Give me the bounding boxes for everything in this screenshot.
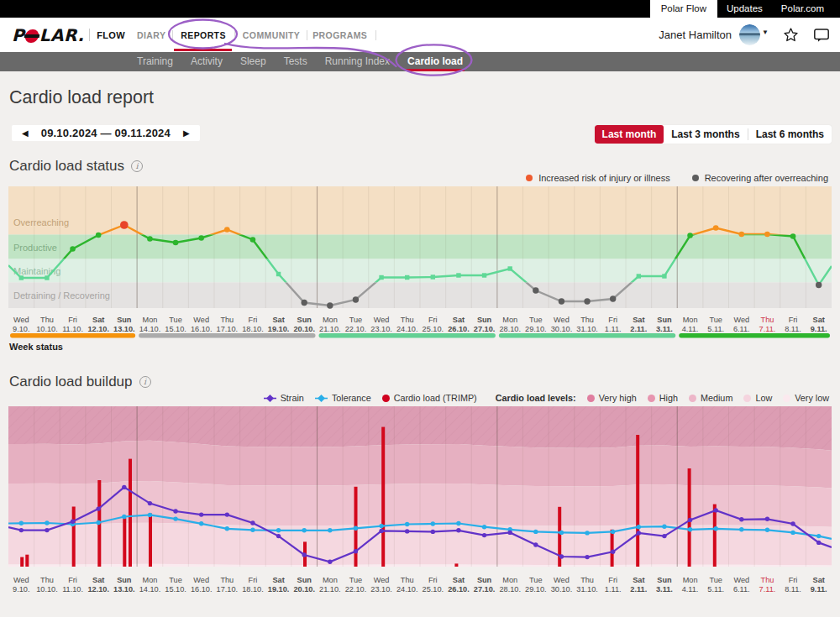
strain-point xyxy=(328,560,332,564)
strain-point xyxy=(302,552,306,557)
cardio-load-buildup-chart: Wed9.10.Thu10.10.Fri11.10.Sat12.10.Sun13… xyxy=(8,406,832,596)
day-label-date: 12.10. xyxy=(87,585,109,593)
topbar-tab-polar-com[interactable]: Polar.com xyxy=(772,0,833,18)
page: Polar Flow Updates Polar.com PLAR. FLOW … xyxy=(0,0,840,617)
day-label-date: 8.11. xyxy=(785,585,801,593)
status-point-productive xyxy=(173,240,179,246)
subnav-item-sleep[interactable]: Sleep xyxy=(240,52,266,71)
range-button-last-6-months[interactable]: Last 6 months xyxy=(748,125,832,144)
day-label-date: 30.10. xyxy=(551,325,573,333)
legend-label-low: Low xyxy=(755,393,772,403)
strain-point xyxy=(713,508,717,512)
tolerance-marker-icon xyxy=(315,395,328,402)
strain-point xyxy=(225,512,229,516)
day-label-date: 7.11. xyxy=(759,585,776,593)
favorites-star-icon[interactable] xyxy=(783,27,799,43)
trimp-bar xyxy=(454,563,458,567)
day-label-date: 9.10. xyxy=(13,325,29,333)
status-point-maintaining xyxy=(482,273,486,277)
day-label-date: 28.10. xyxy=(499,585,521,593)
feedback-chat-icon[interactable] xyxy=(813,28,830,43)
day-label-weekday: Sat xyxy=(272,576,284,584)
topbar-tab-updates[interactable]: Updates xyxy=(717,0,772,18)
status-point-productive xyxy=(96,233,102,238)
buildup-chart-svg: Wed9.10.Thu10.10.Fri11.10.Sat12.10.Sun13… xyxy=(8,406,832,593)
day-label-date: 17.10. xyxy=(217,325,239,333)
day-label-weekday: Thu xyxy=(580,576,594,584)
day-label-weekday: Sun xyxy=(477,316,492,324)
strain-point xyxy=(456,528,460,532)
range-button-last-month[interactable]: Last month xyxy=(595,125,664,144)
user-name[interactable]: Janet Hamilton xyxy=(659,29,732,41)
day-label-weekday: Tue xyxy=(169,576,182,584)
subnav-item-training[interactable]: Training xyxy=(137,52,173,71)
day-label-weekday: Sun xyxy=(297,576,312,584)
day-label-weekday: Sun xyxy=(657,316,672,324)
topbar-tab-polar-flow[interactable]: Polar Flow xyxy=(650,0,717,18)
day-label-weekday: Sat xyxy=(633,576,644,584)
trimp-bar xyxy=(688,468,691,567)
status-point-recovering xyxy=(301,300,307,306)
day-label-date: 13.10. xyxy=(113,325,135,333)
status-point-productive xyxy=(790,233,796,239)
strain-point xyxy=(559,554,564,558)
buildup-info-icon[interactable]: i xyxy=(139,376,151,388)
status-point-risk xyxy=(120,221,129,229)
day-label-date: 27.10. xyxy=(474,585,496,593)
day-label-date: 28.10. xyxy=(499,325,521,333)
strain-point xyxy=(533,542,538,546)
day-label-weekday: Tue xyxy=(169,316,182,324)
avatar[interactable] xyxy=(739,24,760,45)
day-label-date: 15.10. xyxy=(165,325,186,333)
status-info-icon[interactable]: i xyxy=(131,160,143,172)
day-label-date: 19.10. xyxy=(268,585,290,593)
nav-item-programs[interactable]: PROGRAMS xyxy=(312,30,367,40)
day-label-weekday: Wed xyxy=(13,316,29,324)
nav-item-community[interactable]: COMMUNITY xyxy=(243,30,300,40)
legend-item-risk: Increased risk of injury or illness xyxy=(526,173,670,183)
subnav-item-activity[interactable]: Activity xyxy=(191,52,223,71)
day-label-weekday: Fri xyxy=(608,576,617,584)
status-point-maintaining xyxy=(662,274,666,278)
trimp-bar xyxy=(636,435,639,567)
subnav-item-running-index[interactable]: Running Index xyxy=(325,52,390,71)
day-label-date: 9.11. xyxy=(811,325,827,333)
page-title: Cardio load report xyxy=(9,87,154,108)
user-menu-caret-icon[interactable]: ▼ xyxy=(762,29,769,36)
range-button-last-3-months[interactable]: Last 3 months xyxy=(664,125,747,144)
nav-item-reports[interactable]: REPORTS xyxy=(181,30,226,40)
very-high-dot-icon xyxy=(587,395,595,402)
logo-o-icon xyxy=(24,29,39,43)
subnav-item-cardio-load-label: Cardio load xyxy=(407,55,463,67)
day-label-weekday: Sun xyxy=(657,576,672,584)
tolerance-point xyxy=(739,527,743,531)
status-point-maintaining xyxy=(379,275,383,280)
nav-item-diary[interactable]: DIARY xyxy=(137,30,165,40)
buildup-section-title: Cardio load buildup i xyxy=(9,374,151,390)
day-label-date: 1.11. xyxy=(605,585,622,593)
strain-point xyxy=(482,533,486,537)
tolerance-point xyxy=(173,516,177,520)
day-label-date: 2.11. xyxy=(630,325,647,333)
day-label-weekday: Sat xyxy=(453,316,465,324)
day-label-date: 7.11. xyxy=(759,325,776,333)
day-label-weekday: Wed xyxy=(193,576,209,584)
legend-item-trimp: Cardio load (TRIMP) xyxy=(382,393,477,403)
day-label-weekday: Thu xyxy=(40,316,54,324)
recovering-dot-icon xyxy=(692,175,699,181)
prev-period-button[interactable]: ◀ xyxy=(17,125,34,141)
subnav-item-tests[interactable]: Tests xyxy=(284,52,307,71)
range-button-group: Last month Last 3 months Last 6 months xyxy=(595,125,832,144)
next-period-button[interactable]: ▶ xyxy=(178,125,195,141)
x-axis-labels: Wed9.10.Thu10.10.Fri11.10.Sat12.10.Sun13… xyxy=(13,316,827,333)
status-point-overreaching xyxy=(224,227,230,233)
day-label-date: 12.10. xyxy=(87,325,109,333)
day-label-weekday: Sat xyxy=(92,576,104,584)
day-label-weekday: Sat xyxy=(633,316,644,324)
legend-label-very-low: Very low xyxy=(795,393,829,403)
status-point-overreaching xyxy=(739,232,745,238)
subnav-item-cardio-load[interactable]: Cardio load xyxy=(407,52,463,71)
day-label-date: 29.10. xyxy=(525,325,547,333)
polar-logo[interactable]: PLAR. xyxy=(12,25,84,45)
status-point-maintaining xyxy=(19,275,24,280)
